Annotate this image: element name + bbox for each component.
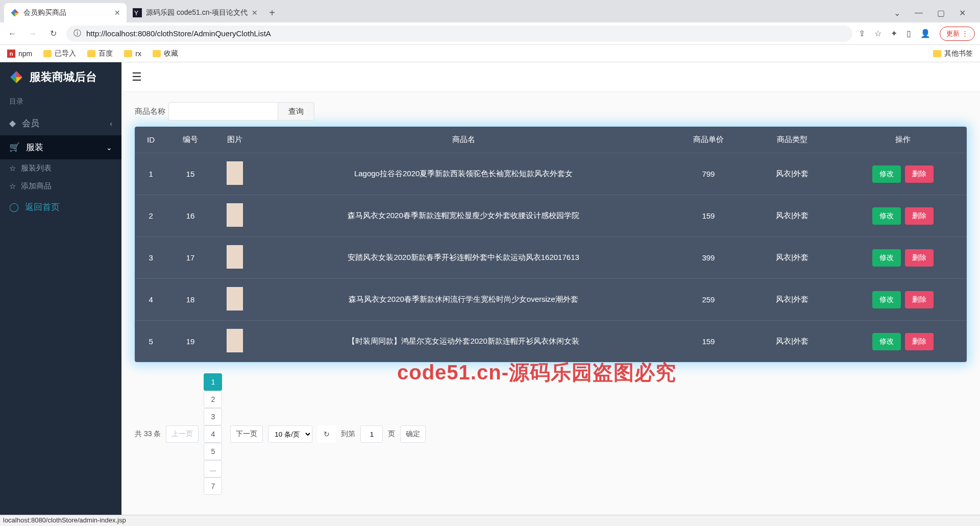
next-page-button[interactable]: 下一页	[230, 425, 263, 443]
chevron-down-icon[interactable]: ⌄	[894, 8, 900, 18]
page-button[interactable]: 1	[204, 373, 222, 391]
sidebar-item-cloth[interactable]: 🛒 服装 ⌄	[0, 135, 121, 159]
url-input[interactable]: ⓘ http://localhost:8080/clothStore/Admin…	[66, 26, 852, 42]
reload-button[interactable]: ↻	[46, 27, 60, 41]
bookmark-baidu[interactable]: 百度	[87, 49, 113, 58]
goto-page-input[interactable]	[360, 425, 383, 443]
folder-icon	[87, 50, 95, 57]
cell-id: 2	[135, 195, 167, 237]
back-button[interactable]: ←	[5, 27, 19, 41]
edit-button[interactable]: 修改	[872, 207, 901, 225]
profile-avatar-icon[interactable]: 👤	[920, 29, 930, 38]
page-button[interactable]: 4	[204, 425, 222, 443]
extensions-icon[interactable]: ✦	[891, 29, 897, 38]
minimize-icon[interactable]: —	[915, 8, 923, 18]
brand-title: 服装商城后台	[30, 69, 97, 85]
maximize-icon[interactable]: ▢	[937, 8, 945, 18]
app: 服装商城后台 目录 ◆ 会员 ‹ 🛒 服装 ⌄ ☆服装列表 ☆添加商品 ◯ 返回…	[0, 62, 980, 515]
cell-name: Lagogo拉谷谷2020夏季新款西装领驼色长袖宽松短款风衣外套女	[256, 153, 672, 195]
delete-button[interactable]: 删除	[905, 291, 934, 308]
sidebar: 服装商城后台 目录 ◆ 会员 ‹ 🛒 服装 ⌄ ☆服装列表 ☆添加商品 ◯ 返回…	[0, 62, 121, 515]
new-tab-button[interactable]: +	[264, 7, 280, 19]
sidebar-item-home[interactable]: ◯ 返回首页	[0, 195, 121, 219]
forward-button[interactable]: →	[26, 27, 40, 41]
site-info-icon[interactable]: ⓘ	[74, 29, 81, 38]
svg-text:Y: Y	[134, 10, 138, 17]
browser-chrome: 会员购买商品 ✕ Y 源码乐园 code51.cn-项目论文代 ✕ + ⌄ — …	[0, 0, 980, 62]
hamburger-icon[interactable]: ☰	[132, 70, 142, 84]
tab-title: 源码乐园 code51.cn-项目论文代	[146, 8, 248, 17]
delete-button[interactable]: 删除	[905, 165, 934, 183]
table-row: 2 16 森马风衣女2020春季新款连帽宽松显瘦少女外套收腰设计感校园学院 15…	[135, 195, 967, 237]
cell-name: 森马风衣女2020春季新款连帽宽松显瘦少女外套收腰设计感校园学院	[256, 195, 672, 237]
bookmark-npm[interactable]: nnpm	[7, 50, 32, 58]
cell-no: 16	[167, 195, 214, 237]
delete-button[interactable]: 删除	[905, 207, 934, 225]
search-button[interactable]: 查询	[278, 102, 314, 121]
close-icon[interactable]: ✕	[252, 9, 258, 17]
delete-button[interactable]: 删除	[905, 333, 934, 350]
bookmark-rx[interactable]: rx	[124, 50, 141, 58]
browser-tab-inactive[interactable]: Y 源码乐园 code51.cn-项目论文代 ✕	[127, 3, 264, 22]
edit-button[interactable]: 修改	[872, 165, 901, 183]
edit-button[interactable]: 修改	[872, 249, 901, 267]
browser-tab-active[interactable]: 会员购买商品 ✕	[4, 3, 127, 22]
sidebar-item-member[interactable]: ◆ 会员 ‹	[0, 111, 121, 135]
sidebar-subitem-list[interactable]: ☆服装列表	[0, 159, 121, 177]
prev-page-button[interactable]: 上一页	[166, 425, 199, 443]
folder-icon	[124, 50, 132, 57]
bookmark-star-icon[interactable]: ☆	[874, 29, 881, 38]
refresh-icon[interactable]: ↻	[317, 425, 336, 443]
url-text: http://localhost:8080/clothStore/AdminQu…	[86, 29, 271, 38]
cell-id: 3	[135, 237, 167, 279]
th-id: ID	[135, 127, 167, 153]
cell-price: 259	[672, 279, 746, 321]
bookmark-bar: nnpm 已导入 百度 rx 收藏 其他书签	[0, 45, 980, 62]
sidebar-item-label: 会员	[22, 117, 39, 129]
product-thumb	[227, 329, 243, 352]
product-table: ID 编号 图片 商品名 商品单价 商品类型 操作 1 15 Lagogo拉谷谷…	[135, 127, 967, 362]
page-button[interactable]: 3	[204, 408, 222, 425]
cell-name: 安踏风衣女装2020新款春季开衫连帽外套中长款运动风衣162017613	[256, 237, 672, 279]
content: 商品名称 查询 ID 编号 图片 商品名 商品单价 商品类型 操作 1	[121, 92, 980, 505]
delete-button[interactable]: 删除	[905, 249, 934, 267]
svg-marker-2	[15, 13, 19, 17]
side-panel-icon[interactable]: ▯	[906, 29, 911, 38]
edit-button[interactable]: 修改	[872, 333, 901, 350]
page-button[interactable]: 7	[204, 477, 222, 495]
cell-type: 风衣|外套	[745, 153, 839, 195]
close-icon[interactable]: ✕	[959, 8, 966, 18]
bookmark-fav[interactable]: 收藏	[153, 49, 178, 58]
svg-marker-9	[10, 77, 16, 83]
product-thumb	[227, 245, 243, 269]
cell-type: 风衣|外套	[745, 321, 839, 363]
page-button[interactable]: 2	[204, 391, 222, 408]
cell-img	[214, 279, 256, 321]
th-ops: 操作	[839, 127, 967, 153]
edit-button[interactable]: 修改	[872, 291, 901, 308]
page-size-select[interactable]: 10 条/页	[268, 425, 312, 443]
th-img: 图片	[214, 127, 256, 153]
cell-price: 399	[672, 237, 746, 279]
svg-marker-7	[16, 71, 22, 77]
share-icon[interactable]: ⇪	[859, 29, 865, 38]
page-button[interactable]: ...	[204, 460, 222, 477]
search-label: 商品名称	[135, 107, 165, 116]
npm-icon: n	[7, 50, 15, 58]
goto-confirm-button[interactable]: 确定	[400, 425, 426, 443]
diamond-icon: ◆	[9, 118, 16, 129]
close-icon[interactable]: ✕	[114, 9, 120, 17]
window-controls: ⌄ — ▢ ✕	[894, 8, 976, 18]
cell-type: 风衣|外套	[745, 279, 839, 321]
page-button[interactable]: 5	[204, 443, 222, 460]
cell-no: 19	[167, 321, 214, 363]
sidebar-subitem-add[interactable]: ☆添加商品	[0, 177, 121, 195]
svg-marker-3	[11, 13, 15, 17]
star-icon: ☆	[9, 182, 16, 191]
other-bookmarks[interactable]: 其他书签	[933, 49, 973, 58]
product-name-input[interactable]	[168, 102, 278, 121]
folder-icon	[933, 50, 941, 57]
update-button[interactable]: 更新⋮	[940, 27, 975, 41]
bookmark-import[interactable]: 已导入	[43, 49, 76, 58]
cell-ops: 修改 删除	[839, 195, 967, 237]
